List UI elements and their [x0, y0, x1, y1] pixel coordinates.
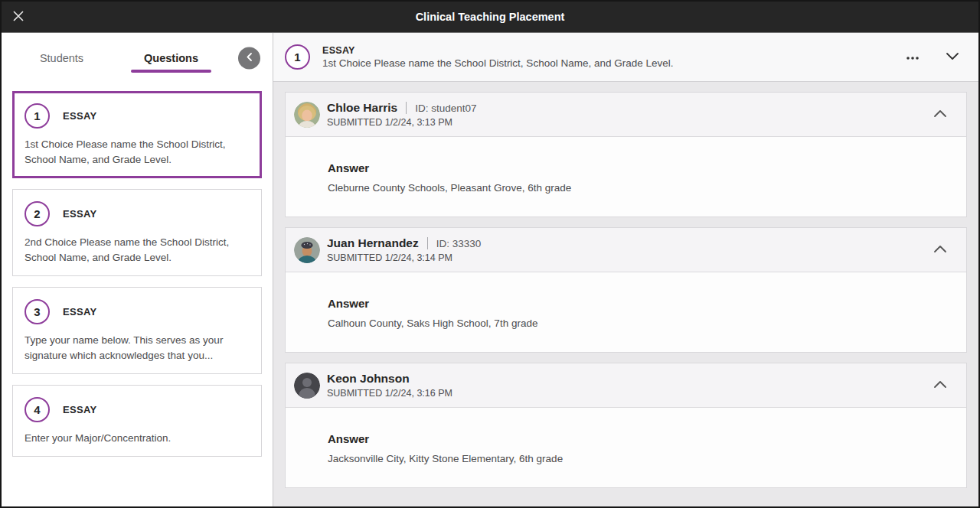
collapse-answer-button[interactable]	[929, 375, 951, 396]
question-number-badge: 4	[24, 397, 50, 422]
answer-text: Calhoun County, Saks High School, 7th gr…	[328, 318, 954, 329]
student-id: ID: student07	[415, 103, 476, 114]
topbar: Clinical Teaching Placement	[2, 2, 978, 33]
question-text: 1st Choice Please name the School Distri…	[322, 57, 674, 69]
question-type-label: ESSAY	[63, 306, 96, 318]
answer-body: Answer Calhoun County, Saks High School,…	[286, 272, 966, 352]
panel-window: Clinical Teaching Placement Students Que…	[0, 0, 980, 508]
question-card-4[interactable]: 4 ESSAY Enter your Major/Concentration.	[12, 385, 262, 457]
main-panel: 1 ESSAY 1st Choice Please name the Schoo…	[273, 33, 978, 506]
submitted-timestamp: SUBMITTED 1/2/24, 3:13 PM	[327, 117, 476, 128]
tab-bar: Students Questions	[2, 33, 273, 83]
chevron-up-icon	[933, 244, 947, 256]
avatar	[294, 237, 320, 263]
answer-heading: Answer	[328, 432, 954, 445]
answer-body: Answer Jacksonville City, Kitty Stone El…	[286, 408, 966, 487]
overflow-menu-button[interactable]	[902, 47, 923, 68]
answer-body: Answer Cleburne County Schools, Pleasant…	[286, 137, 966, 217]
tab-students[interactable]: Students	[7, 35, 116, 81]
chevron-down-icon	[946, 51, 959, 63]
question-list: 1 ESSAY 1st Choice Please name the Schoo…	[2, 83, 273, 506]
collapse-answer-button[interactable]	[929, 104, 951, 125]
student-name: Keon Johnson	[327, 372, 410, 386]
question-type-label: ESSAY	[63, 208, 96, 220]
student-header[interactable]: Chloe Harris ID: student07 SUBMITTED 1/2…	[286, 93, 966, 137]
question-card-2[interactable]: 2 ESSAY 2nd Choice Please name the Schoo…	[12, 189, 262, 276]
question-card-1[interactable]: 1 ESSAY 1st Choice Please name the Schoo…	[12, 91, 262, 178]
submitted-timestamp: SUBMITTED 1/2/24, 3:16 PM	[327, 388, 452, 399]
answer-heading: Answer	[328, 297, 954, 310]
question-number-badge: 2	[24, 201, 50, 226]
question-number-badge: 3	[24, 299, 50, 324]
sidebar: Students Questions 1 ESSAY 1st Choice Pl…	[2, 33, 273, 506]
collapse-answer-button[interactable]	[929, 239, 951, 261]
divider	[427, 237, 428, 249]
answers-list: Chloe Harris ID: student07 SUBMITTED 1/2…	[273, 82, 978, 506]
question-text: 2nd Choice Please name the School Distri…	[24, 235, 250, 265]
close-button[interactable]	[8, 7, 28, 27]
question-number-badge: 1	[24, 103, 50, 129]
question-text: Enter your Major/Concentration.	[24, 431, 250, 446]
submitted-timestamp: SUBMITTED 1/2/24, 3:14 PM	[327, 252, 481, 263]
question-type-label: ESSAY	[63, 110, 96, 122]
student-name: Chloe Harris	[327, 101, 397, 115]
student-id: ID: 33330	[436, 238, 482, 249]
student-header[interactable]: Keon Johnson SUBMITTED 1/2/24, 3:16 PM	[286, 363, 966, 408]
avatar-silhouette	[294, 373, 320, 399]
question-text: 1st Choice Please name the School Distri…	[24, 137, 250, 168]
answer-text: Jacksonville City, Kitty Stone Elementar…	[328, 453, 954, 464]
answer-text: Cleburne County Schools, Pleasant Grove,…	[328, 182, 954, 194]
question-card-3[interactable]: 3 ESSAY Type your name below. This serve…	[12, 287, 262, 374]
divider	[406, 102, 407, 114]
chevron-up-icon	[933, 109, 947, 120]
student-header[interactable]: Juan Hernandez ID: 33330 SUBMITTED 1/2/2…	[286, 228, 966, 272]
close-icon	[11, 8, 26, 26]
chevron-left-icon	[244, 52, 255, 65]
answer-heading: Answer	[328, 161, 954, 174]
question-text: Type your name below. This serves as you…	[24, 333, 250, 363]
question-type-label: ESSAY	[322, 45, 674, 56]
answer-card-juan-hernandez: Juan Hernandez ID: 33330 SUBMITTED 1/2/2…	[285, 227, 967, 353]
ellipsis-icon	[906, 51, 920, 63]
question-type-label: ESSAY	[63, 404, 96, 415]
collapse-question-button[interactable]	[942, 47, 963, 68]
avatar	[294, 102, 320, 128]
answer-card-chloe-harris: Chloe Harris ID: student07 SUBMITTED 1/2…	[285, 92, 967, 217]
collapse-panel-button[interactable]	[238, 47, 260, 70]
student-name: Juan Hernandez	[327, 236, 419, 250]
current-question-header: 1 ESSAY 1st Choice Please name the Schoo…	[273, 33, 978, 82]
tab-questions[interactable]: Questions	[116, 35, 226, 81]
question-number-badge: 1	[285, 44, 310, 70]
page-title: Clinical Teaching Placement	[416, 11, 565, 23]
answer-card-keon-johnson: Keon Johnson SUBMITTED 1/2/24, 3:16 PM A…	[285, 363, 967, 488]
chevron-up-icon	[933, 379, 947, 391]
